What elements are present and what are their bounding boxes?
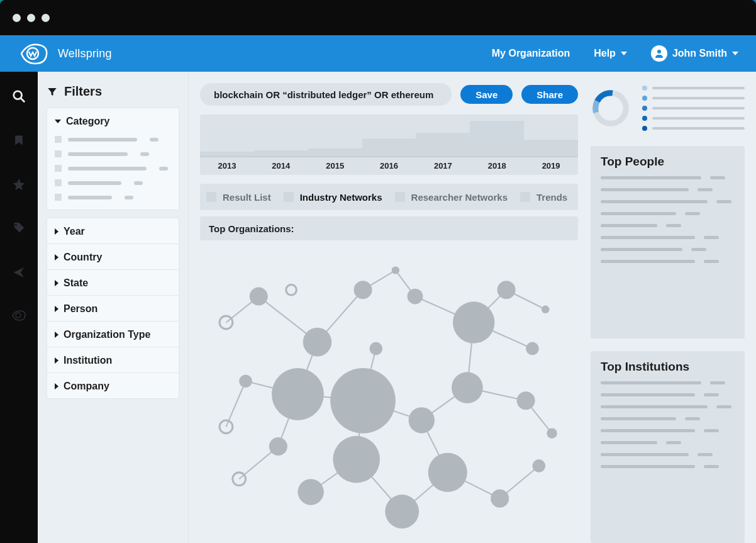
filter-option[interactable]: [55, 150, 171, 157]
timeline-tick: 2017: [416, 157, 470, 175]
list-item[interactable]: [601, 212, 735, 215]
svg-point-44: [250, 288, 268, 306]
share-icon[interactable]: [12, 266, 26, 282]
list-item[interactable]: [601, 465, 735, 468]
svg-point-61: [286, 284, 297, 295]
nav-my-organization[interactable]: My Organization: [492, 48, 570, 59]
filter-header[interactable]: Organization Type: [47, 322, 179, 347]
list-item-count: [666, 441, 681, 444]
filter-label: Year: [64, 226, 85, 237]
nav-help[interactable]: Help: [594, 48, 627, 59]
svg-point-34: [330, 368, 396, 434]
timeline-tick: 2019: [524, 157, 578, 175]
list-item[interactable]: [601, 260, 735, 263]
network-visualization[interactable]: [200, 245, 578, 543]
list-item-text: [601, 453, 689, 456]
top-people-title: Top People: [601, 155, 735, 169]
list-item[interactable]: [601, 393, 735, 396]
timeline-chart[interactable]: 2013201420152016201720182019: [200, 115, 578, 175]
svg-point-45: [354, 281, 372, 299]
list-item[interactable]: [601, 417, 735, 420]
nav-user-name: John Smith: [672, 48, 727, 59]
timeline-tick: 2015: [308, 157, 362, 175]
list-item[interactable]: [601, 381, 735, 384]
top-organizations-header: Top Organizations:: [200, 216, 578, 240]
list-item-text: [601, 393, 695, 396]
filter-header[interactable]: Country: [47, 244, 179, 269]
list-item-text: [601, 248, 682, 251]
filter-header[interactable]: State: [47, 270, 179, 295]
timeline-bar: [308, 148, 362, 156]
list-item[interactable]: [601, 453, 735, 456]
filter-option[interactable]: [55, 179, 171, 186]
timeline-tick: 2013: [200, 157, 254, 175]
list-item-text: [601, 260, 695, 263]
filters-title-text: Filters: [64, 84, 102, 99]
top-institutions-title: Top Institutions: [601, 360, 735, 374]
svg-point-5: [16, 313, 21, 318]
legend-dot: [642, 96, 647, 101]
timeline-bar: [362, 138, 416, 156]
tab-trends[interactable]: Trends: [520, 192, 567, 203]
top-organizations-label: Top Organizations:: [209, 223, 294, 234]
filter-category-header[interactable]: Category: [47, 108, 179, 133]
tag-icon[interactable]: [12, 221, 26, 238]
wellspring-icon[interactable]: [11, 310, 26, 323]
tab-label: Researcher Networks: [411, 192, 508, 203]
filter-category-label: Category: [66, 116, 109, 127]
filter-header[interactable]: Institution: [47, 347, 179, 372]
summary-widget: [591, 83, 745, 133]
filter-option[interactable]: [55, 194, 171, 201]
filter-country: Country: [47, 244, 179, 270]
chevron-down-icon: [55, 120, 61, 123]
svg-point-48: [526, 342, 539, 355]
filter-label: Institution: [64, 355, 112, 366]
svg-point-2: [14, 91, 22, 99]
list-item[interactable]: [601, 236, 735, 239]
save-button[interactable]: Save: [460, 85, 513, 104]
list-item[interactable]: [601, 441, 735, 444]
tab-researcher-networks[interactable]: Researcher Networks: [395, 192, 508, 203]
filter-option[interactable]: [55, 165, 171, 172]
list-item-text: [601, 212, 676, 215]
traffic-light-min[interactable]: [27, 14, 35, 22]
list-item[interactable]: [601, 188, 735, 191]
legend-line: [652, 117, 745, 120]
filter-organization-type: Organization Type: [47, 322, 179, 347]
list-item-count: [710, 176, 725, 179]
tab-result-list[interactable]: Result List: [206, 192, 271, 203]
brand[interactable]: Wellspring: [19, 42, 112, 65]
center-column: blockchain OR “distributed ledger” OR et…: [200, 83, 578, 543]
chevron-right-icon: [55, 383, 58, 389]
traffic-light-zoom[interactable]: [42, 14, 50, 22]
svg-point-38: [428, 453, 467, 492]
search-input[interactable]: blockchain OR “distributed ledger” OR et…: [200, 83, 452, 106]
filter-header[interactable]: Person: [47, 296, 179, 321]
nav-user[interactable]: John Smith: [651, 45, 738, 62]
nav-my-organization-label: My Organization: [492, 48, 570, 59]
list-item-count: [704, 393, 719, 396]
tab-label: Trends: [536, 192, 567, 203]
traffic-light-close[interactable]: [13, 14, 21, 22]
legend-dot: [642, 116, 647, 121]
list-item[interactable]: [601, 176, 735, 179]
search-icon[interactable]: [12, 89, 26, 106]
list-item[interactable]: [601, 405, 735, 408]
filter-header[interactable]: Company: [47, 373, 179, 398]
list-item[interactable]: [601, 429, 735, 432]
tab-industry-networks[interactable]: Industry Networks: [284, 192, 382, 203]
svg-point-50: [547, 428, 557, 439]
bookmark-icon[interactable]: [13, 133, 25, 150]
filter-option[interactable]: [55, 136, 171, 143]
svg-point-56: [392, 266, 399, 274]
left-rail: [0, 72, 38, 543]
filter-header[interactable]: Year: [47, 218, 179, 244]
list-item[interactable]: [601, 200, 735, 203]
list-item[interactable]: [601, 224, 735, 227]
star-icon[interactable]: [12, 177, 26, 194]
filter-company: Company: [47, 373, 179, 399]
list-item[interactable]: [601, 248, 735, 251]
timeline-bar: [200, 152, 254, 156]
share-button[interactable]: Share: [521, 85, 578, 104]
legend-line: [652, 107, 745, 109]
